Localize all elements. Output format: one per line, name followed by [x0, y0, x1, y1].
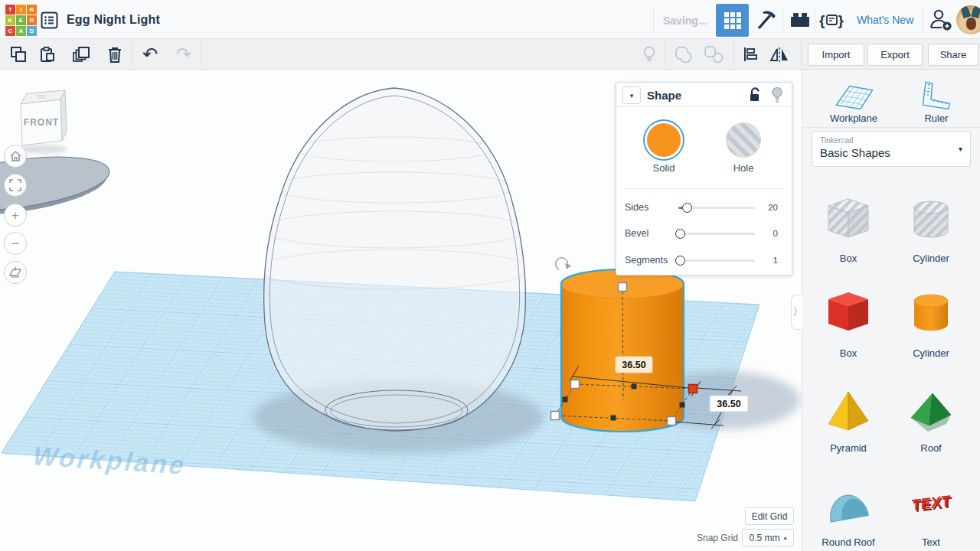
codeblocks-button[interactable]: { } [818, 7, 845, 33]
hole-box-icon [824, 196, 873, 243]
hole-swatch[interactable] [727, 123, 760, 157]
tinkercad-logo[interactable]: TINKERCAD [5, 5, 37, 36]
redo-button[interactable]: ↷ [170, 41, 198, 68]
shapes-sidebar: Workplane Ruler Tinkercad Basic Shapes ▾… [802, 70, 980, 551]
shape-item-pyramid[interactable]: Pyramid [824, 387, 873, 435]
import-button[interactable]: Import [808, 44, 864, 66]
logo-letter: D [27, 26, 37, 36]
design-title[interactable]: Egg Night Light [67, 13, 160, 27]
workplane-tool-icon [832, 79, 875, 111]
caret-down-icon: ▾ [959, 145, 962, 153]
rotate-handle-icon[interactable] [556, 258, 571, 269]
zoom-out-button[interactable]: − [4, 232, 27, 255]
workplane-nav-icon [8, 266, 22, 279]
home-icon [9, 150, 22, 162]
panel-collapse-button[interactable]: ▾ [622, 86, 641, 104]
workplane-toggle-button[interactable] [4, 261, 27, 284]
edit-grid-button[interactable]: Edit Grid [745, 507, 794, 525]
home-view-button[interactable] [4, 145, 27, 168]
group-icon [674, 45, 692, 64]
caret-down-icon: ▾ [630, 92, 634, 99]
caret-up-icon: ▴ [784, 534, 787, 541]
user-avatar[interactable] [956, 5, 980, 34]
shape-item-label: Pyramid [810, 442, 887, 454]
panel-title: Shape [647, 89, 681, 102]
bevel-slider[interactable] [678, 233, 755, 235]
logo-letter: R [27, 15, 37, 25]
tinker-pickaxe-button[interactable] [753, 7, 780, 33]
duplicate-button[interactable] [67, 41, 95, 68]
shape-library-dropdown[interactable]: Tinkercad Basic Shapes ▾ [812, 131, 971, 167]
ungroup-button[interactable] [700, 41, 727, 68]
mirror-button[interactable] [766, 41, 793, 68]
copy-button[interactable] [5, 41, 32, 68]
slider-label: Sides [625, 202, 648, 213]
bevel-slider-row: Bevel 0 [616, 226, 792, 241]
plus-icon: + [11, 209, 19, 222]
shape-item-cylinder[interactable]: Cylinder [906, 289, 956, 337]
shape-item-label: Round Roof [810, 536, 887, 548]
invite-button[interactable] [926, 7, 956, 33]
snap-grid-select[interactable]: 0.5 mm ▴ [742, 529, 794, 546]
shape-item-roof[interactable]: Roof [906, 387, 956, 435]
height-handle[interactable] [619, 283, 627, 292]
ungroup-icon [704, 45, 724, 64]
code-block-icon [826, 15, 838, 25]
undo-button[interactable]: ↶ [136, 41, 164, 68]
slider-knob[interactable] [675, 256, 685, 266]
menu-list-icon[interactable] [41, 11, 58, 29]
segments-slider[interactable] [678, 259, 755, 262]
workplane-tool-label: Workplane [823, 112, 884, 124]
edit-toolbar: ↶ ↷ Import Export Share [0, 39, 980, 70]
shape-item-text[interactable]: TEXT TEXT Text [906, 479, 956, 527]
slider-value[interactable]: 20 [761, 203, 778, 212]
shape-inspector-panel: ▾ Shape Solid Hole Sides 20 Bevel 0 Segm… [616, 82, 792, 276]
paste-button[interactable] [34, 41, 61, 68]
share-button[interactable]: Share [928, 44, 978, 66]
zoom-in-button[interactable]: + [4, 204, 27, 227]
whats-new-link[interactable]: What's New [857, 14, 913, 26]
shape-item-hole-cylinder[interactable]: Cylinder [906, 196, 956, 243]
shape-item-label: Box [810, 347, 887, 359]
shape-item-hole-box[interactable]: Box [824, 196, 873, 243]
slider-value[interactable]: 0 [761, 229, 778, 238]
sides-slider[interactable] [678, 207, 755, 209]
minus-icon: − [11, 237, 19, 250]
group-button[interactable] [669, 41, 697, 68]
lightbulb-icon [642, 45, 657, 64]
slider-knob[interactable] [682, 203, 692, 213]
depth-dimension-label[interactable]: 36.50 [710, 396, 748, 412]
solid-label: Solid [647, 162, 681, 174]
hide-button[interactable] [771, 86, 783, 103]
dashboard-grid-button[interactable] [716, 4, 749, 37]
brick-button[interactable] [786, 7, 814, 33]
egg-shape[interactable] [256, 88, 532, 431]
lock-button[interactable] [748, 87, 762, 103]
sides-slider-row: Sides 20 [616, 200, 792, 215]
scale-handle[interactable] [571, 380, 580, 389]
ruler-tool[interactable]: Ruler [906, 79, 967, 124]
shape-item-box[interactable]: Box [824, 289, 873, 337]
undo-icon: ↶ [142, 45, 158, 64]
logo-letter: C [5, 26, 15, 36]
scale-handle[interactable] [668, 417, 676, 425]
slider-value[interactable]: 1 [761, 256, 778, 265]
slider-knob[interactable] [675, 229, 685, 239]
scale-handle[interactable] [551, 412, 560, 420]
delete-button[interactable] [101, 41, 129, 68]
fit-view-button[interactable] [4, 174, 27, 197]
width-dimension-label[interactable]: 36.50 [616, 357, 652, 373]
active-scale-handle[interactable] [689, 385, 697, 393]
viewcube-front-label[interactable]: FRONT [24, 117, 59, 128]
logo-letter: I [16, 5, 26, 15]
workplane-tool[interactable]: Workplane [823, 79, 884, 124]
hole-label: Hole [727, 162, 760, 174]
pyramid-icon [824, 387, 873, 435]
align-button[interactable] [737, 41, 764, 68]
slider-label: Segments [625, 255, 668, 266]
shape-item-round-roof[interactable]: Round Roof [824, 479, 873, 527]
solid-swatch[interactable] [647, 123, 681, 157]
export-button[interactable]: Export [867, 44, 923, 66]
show-all-button[interactable] [635, 41, 663, 68]
copy-icon [10, 46, 27, 63]
